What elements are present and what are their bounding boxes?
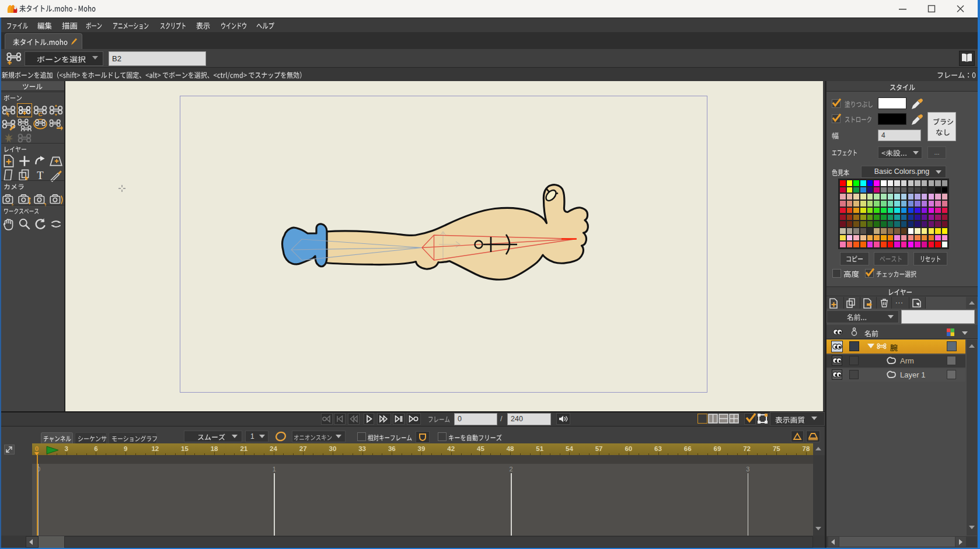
svg-text:C: C	[38, 111, 42, 117]
svg-text:T: T	[37, 169, 44, 181]
